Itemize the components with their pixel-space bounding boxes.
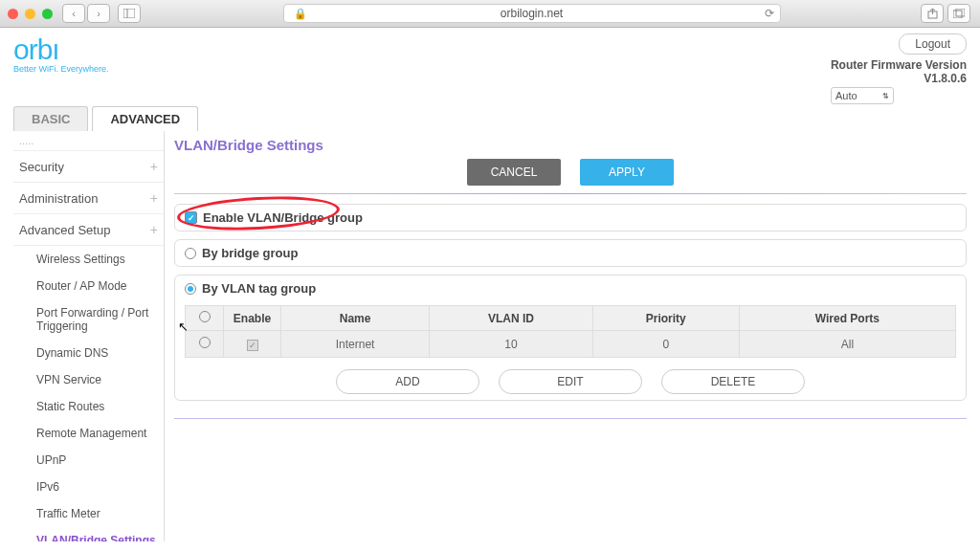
sidebar-item-security[interactable]: Security+: [13, 151, 164, 183]
cell-ports: All: [739, 331, 955, 358]
page-title: VLAN/Bridge Settings: [174, 137, 967, 153]
minimize-window-icon[interactable]: [25, 9, 35, 19]
sub-vpn-service[interactable]: VPN Service: [13, 366, 164, 393]
delete-button[interactable]: DELETE: [661, 369, 805, 394]
browser-chrome: ‹ › 🔒 orbilogin.net ⟳: [0, 0, 980, 28]
plus-icon: +: [150, 222, 158, 237]
col-name: Name: [281, 306, 430, 331]
by-bridge-radio[interactable]: [185, 248, 196, 259]
main-content: VLAN/Bridge Settings CANCEL APPLY ✓ Enab…: [165, 131, 967, 541]
forward-button[interactable]: ›: [87, 4, 110, 23]
lock-icon: 🔒: [294, 8, 307, 20]
edit-button[interactable]: EDIT: [499, 369, 642, 394]
col-priority: Priority: [592, 306, 739, 331]
sub-traffic-meter[interactable]: Traffic Meter: [13, 500, 164, 527]
enable-label: Enable VLAN/Bridge group: [203, 210, 363, 225]
share-button[interactable]: [921, 4, 944, 23]
enable-vlan-checkbox[interactable]: ✓: [185, 211, 197, 224]
cell-name: Internet: [281, 331, 430, 358]
tab-advanced[interactable]: ADVANCED: [92, 106, 198, 131]
apply-button[interactable]: APPLY: [580, 159, 674, 186]
address-bar[interactable]: 🔒 orbilogin.net ⟳: [283, 4, 781, 23]
select-all-radio[interactable]: [199, 311, 211, 322]
sub-router-ap-mode[interactable]: Router / AP Mode: [13, 273, 164, 299]
vlan-table: Enable Name VLAN ID Priority Wired Ports…: [185, 305, 956, 358]
language-select[interactable]: Auto ⇅: [831, 87, 894, 104]
sub-port-forwarding[interactable]: Port Forwarding / Port Triggering: [13, 299, 164, 340]
traffic-lights: [8, 9, 53, 19]
sub-upnp[interactable]: UPnP: [13, 447, 164, 474]
sidebar-item-truncated[interactable]: .....: [13, 133, 164, 151]
col-select: [186, 306, 224, 331]
logo: orbı Better WiFi. Everywhere.: [13, 33, 109, 74]
cell-priority: 0: [592, 331, 739, 358]
sidebar: ..... Security+ Administration+ Advanced…: [13, 131, 165, 541]
table-row[interactable]: ✓ Internet 10 0 All: [186, 331, 956, 358]
by-vlan-label: By VLAN tag group: [202, 281, 316, 296]
svg-rect-4: [953, 11, 962, 18]
plus-icon: +: [150, 159, 158, 174]
vlan-group-panel: By VLAN tag group Enable Name VLAN ID Pr…: [174, 275, 967, 401]
close-window-icon[interactable]: [8, 9, 18, 19]
sub-dynamic-dns[interactable]: Dynamic DNS: [13, 340, 164, 366]
tab-basic[interactable]: BASIC: [13, 106, 88, 131]
firmware-label: Router Firmware Version: [831, 58, 967, 72]
row-select-radio[interactable]: [199, 337, 211, 348]
row-enable-checkbox[interactable]: ✓: [247, 340, 258, 351]
svg-rect-5: [956, 9, 965, 16]
tabs-button[interactable]: [947, 4, 970, 23]
sub-vlan-bridge-settings[interactable]: VLAN/Bridge Settings: [13, 527, 164, 541]
svg-rect-0: [123, 9, 135, 18]
col-vlanid: VLAN ID: [430, 306, 592, 331]
bridge-group-panel: By bridge group: [174, 239, 967, 267]
sub-remote-management[interactable]: Remote Management: [13, 420, 164, 447]
col-ports: Wired Ports: [739, 306, 955, 331]
sidebar-item-advanced-setup[interactable]: Advanced Setup+: [13, 214, 164, 246]
plus-icon: +: [150, 190, 158, 206]
sidebar-item-administration[interactable]: Administration+: [13, 183, 164, 214]
sub-static-routes[interactable]: Static Routes: [13, 393, 164, 420]
col-enable: Enable: [224, 306, 281, 331]
select-value: Auto: [835, 90, 858, 101]
cancel-button[interactable]: CANCEL: [467, 159, 561, 186]
divider: [174, 193, 967, 194]
logo-text: orbı: [13, 33, 109, 66]
sub-ipv6[interactable]: IPv6: [13, 474, 164, 500]
divider: [174, 418, 967, 419]
reload-icon[interactable]: ⟳: [765, 7, 774, 20]
chevron-updown-icon: ⇅: [882, 92, 889, 100]
enable-panel: ✓ Enable VLAN/Bridge group: [174, 204, 967, 231]
tagline: Better WiFi. Everywhere.: [13, 64, 109, 74]
sub-wireless-settings[interactable]: Wireless Settings: [13, 246, 164, 273]
maximize-window-icon[interactable]: [42, 9, 53, 19]
firmware-version: V1.8.0.6: [831, 72, 967, 85]
add-button[interactable]: ADD: [336, 369, 479, 394]
back-button[interactable]: ‹: [62, 4, 85, 23]
cell-vlanid: 10: [430, 331, 592, 358]
by-vlan-radio[interactable]: [185, 283, 196, 295]
sidebar-toggle-icon[interactable]: [118, 4, 141, 23]
url-text: orbilogin.net: [501, 7, 563, 20]
by-bridge-label: By bridge group: [202, 246, 298, 260]
logout-button[interactable]: Logout: [899, 33, 967, 55]
